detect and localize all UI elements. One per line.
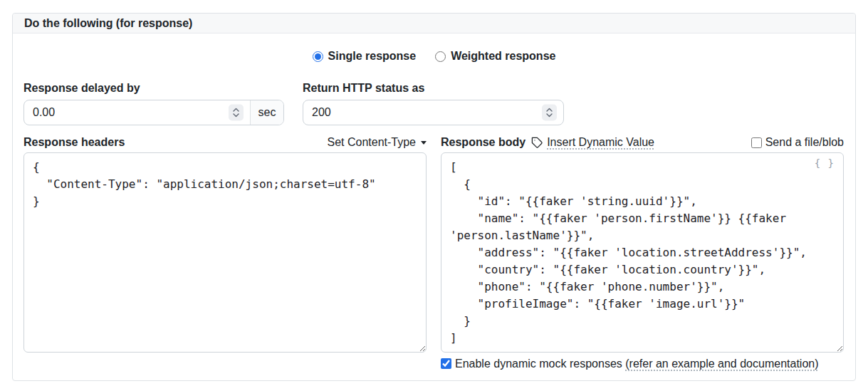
delay-field-group: Response delayed by sec [23,81,284,125]
set-content-type-dropdown[interactable]: Set Content-Type [327,135,427,150]
insert-dynamic-value-link[interactable]: Insert Dynamic Value [547,135,654,150]
enable-dynamic-mock-checkbox[interactable] [441,358,451,369]
enable-dynamic-mock-label: Enable dynamic mock responses (refer an … [455,357,819,370]
editors-row: Response headers Set Content-Type { "Con… [23,135,845,370]
delay-label: Response delayed by [23,81,284,95]
response-config-panel: Do the following (for response) Single r… [12,13,856,381]
tag-icon [531,137,543,149]
response-body-head: Response body Insert Dynamic Value Send … [441,135,844,150]
delay-input-group: sec [23,100,284,125]
response-body-textarea[interactable]: [ { "id": "{{faker 'string.uuid'}}", "na… [441,152,844,353]
panel-body: Single response Weighted response Respon… [13,33,855,382]
response-headers-textarea[interactable]: { "Content-Type": "application/json;char… [23,152,427,353]
status-input-wrap [303,100,563,125]
panel-title: Do the following (for response) [13,14,855,33]
delay-status-row: Response delayed by sec [23,81,845,125]
response-body-column: Response body Insert Dynamic Value Send … [441,135,844,370]
delay-unit-addon: sec [250,100,283,125]
stepper-chevrons-icon [232,108,240,118]
send-file-label: Send a file/blob [765,135,844,150]
weighted-response-option[interactable]: Weighted response [435,50,555,63]
enable-dynamic-mock-text: Enable dynamic mock responses [455,358,622,370]
delay-input-wrap [24,100,250,125]
headers-editor-wrap: { "Content-Type": "application/json;char… [23,152,427,353]
status-input[interactable] [303,100,563,125]
weighted-response-label: Weighted response [451,50,555,63]
single-response-option[interactable]: Single response [313,50,417,63]
single-response-label: Single response [328,50,417,63]
delay-stepper[interactable] [229,105,244,121]
response-headers-column: Response headers Set Content-Type { "Con… [23,135,427,370]
response-headers-head: Response headers Set Content-Type [23,135,427,150]
weighted-response-radio[interactable] [435,51,446,62]
stepper-chevrons-icon [545,108,553,118]
dynamic-mock-row: Enable dynamic mock responses (refer an … [441,357,844,370]
insert-dynamic-value-control: Insert Dynamic Value [531,135,654,150]
response-body-label: Response body [441,135,525,150]
send-file-checkbox[interactable] [751,137,762,148]
body-editor-wrap: [ { "id": "{{faker 'string.uuid'}}", "na… [441,152,844,353]
send-file-option[interactable]: Send a file/blob [751,135,844,150]
delay-input[interactable] [24,100,250,125]
chevron-down-icon [421,141,427,145]
response-type-radio-group: Single response Weighted response [23,50,845,63]
status-stepper[interactable] [542,105,557,121]
single-response-radio[interactable] [313,51,323,62]
status-label: Return HTTP status as [303,81,564,95]
status-input-group [303,100,564,125]
status-field-group: Return HTTP status as [303,81,564,125]
beautify-json-icon[interactable]: { } [815,157,835,169]
set-content-type-label: Set Content-Type [327,135,416,150]
response-headers-label: Response headers [23,135,125,150]
dynamic-mock-docs-link[interactable]: (refer an example and documentation) [625,358,818,370]
